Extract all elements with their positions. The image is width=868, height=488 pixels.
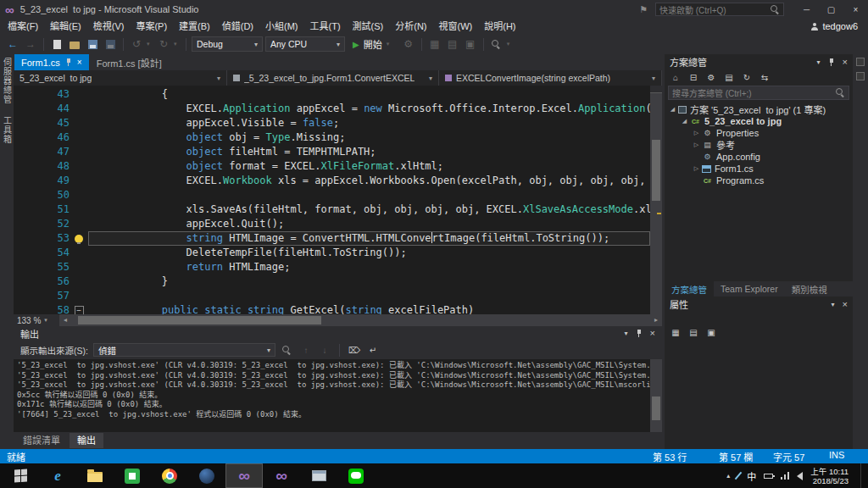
window-position-icon[interactable]: ▾ <box>625 330 628 337</box>
output-source-combo[interactable]: 偵錯 ▾ <box>93 343 275 357</box>
refresh-icon[interactable]: ↻ <box>740 71 754 83</box>
output-vertical-scrollbar[interactable] <box>650 359 662 432</box>
maximize-button[interactable]: ▢ <box>819 0 843 19</box>
taskbar-blue-app[interactable] <box>188 463 225 488</box>
type-dropdown[interactable]: _5_23_excel_to_jpg.Form1.ConvertEXCEL ▾ <box>227 70 439 86</box>
breakpoint-margin[interactable] <box>14 260 47 274</box>
output-body[interactable]: '5_23_excel to jpg.vshost.exe' (CLR v4.0… <box>14 359 662 432</box>
tree-item-project[interactable]: ◢5_23_excel to jpg <box>665 115 853 127</box>
autohide-tab-icon[interactable] <box>856 72 865 80</box>
code-line-51[interactable]: 51 xls.SaveAs(fileHtml, format, obj, obj… <box>14 202 650 217</box>
editor-vertical-scrollbar[interactable] <box>650 86 662 314</box>
tree-item-references[interactable]: ▷參考 <box>665 139 853 151</box>
zoom-control[interactable]: 133 % ▾ <box>14 314 59 326</box>
code-line-53[interactable]: 53 string HTMLImage = ConvertHTML.HTMLCo… <box>14 231 650 246</box>
code-text[interactable]: string HTMLImage = ConvertHTML.HTMLConve… <box>88 231 650 246</box>
menu-item-analyze[interactable]: 分析(N) <box>389 19 432 34</box>
word-wrap-icon[interactable]: ↵ <box>366 344 380 356</box>
platform-combo[interactable]: Any CPU ▾ <box>265 36 345 52</box>
menu-item-project[interactable]: 專案(P) <box>130 19 173 34</box>
solution-explorer-search-input[interactable]: 搜尋方案總管 (Ctrl+;) <box>668 86 849 100</box>
breakpoint-margin[interactable] <box>14 159 47 174</box>
code-line-55[interactable]: 55 return HTMLImage; <box>14 260 650 274</box>
code-text[interactable]: appExcel.Quit(); <box>88 217 650 231</box>
navigate-forward-icon[interactable]: → <box>23 36 38 52</box>
property-pages-icon[interactable]: ▣ <box>704 326 718 338</box>
taskbar-visual-studio-active[interactable]: ∞ <box>225 463 263 488</box>
open-file-icon[interactable] <box>67 36 82 52</box>
show-desktop-button[interactable] <box>860 463 865 488</box>
volume-icon[interactable] <box>797 472 803 480</box>
sync-with-active-document-icon[interactable]: ⇆ <box>758 71 771 83</box>
save-icon[interactable] <box>85 36 100 52</box>
scrollbar-thumb[interactable] <box>78 316 321 324</box>
breakpoint-margin[interactable] <box>14 289 47 303</box>
code-line-46[interactable]: 46 object obj = Type.Missing; <box>14 130 650 145</box>
close-icon[interactable]: × <box>77 58 82 67</box>
tree-item-solution[interactable]: ◢方案 '5_23_excel to jpg' (1 專案) <box>665 103 853 115</box>
attach-process-icon[interactable]: ⚙ <box>401 36 416 52</box>
code-editor[interactable]: 43 {44 EXCEL.Application appExcel = new … <box>14 86 662 314</box>
network-icon[interactable] <box>787 472 789 480</box>
code-lines[interactable]: 43 {44 EXCEL.Application appExcel = new … <box>14 86 650 314</box>
panel-tab-class-view[interactable]: 類別檢視 <box>785 281 834 297</box>
taskbar-visual-studio-2[interactable]: ∞ <box>263 463 300 488</box>
breakpoint-margin[interactable] <box>14 87 47 102</box>
solution-explorer-header[interactable]: 方案總管 ▾ × <box>665 54 853 69</box>
output-text[interactable]: '5_23_excel to jpg.vshost.exe' (CLR v4.0… <box>14 359 650 432</box>
breakpoint-margin[interactable] <box>14 231 47 246</box>
scrollbar-thumb[interactable] <box>652 140 660 201</box>
code-line-56[interactable]: 56 } <box>14 274 650 289</box>
breakpoint-margin[interactable] <box>14 217 47 231</box>
new-project-icon[interactable] <box>49 36 64 52</box>
autohide-tab-icon[interactable] <box>856 58 865 66</box>
redo-icon[interactable]: ↻ <box>156 36 171 52</box>
member-dropdown[interactable]: EXCELConvertImage(string excelPath) ▾ <box>439 70 662 86</box>
menu-item-test[interactable]: 測試(S) <box>347 19 390 34</box>
code-line-48[interactable]: 48 object format = EXCEL.XlFileFormat.xl… <box>14 159 650 174</box>
tray-expand-icon[interactable]: ▴ <box>726 472 730 480</box>
properties-icon[interactable]: ⚙ <box>704 71 718 83</box>
window-position-icon[interactable]: ▾ <box>832 301 835 308</box>
code-text[interactable] <box>88 188 650 202</box>
code-text[interactable]: object fileHtml = TEMPHTMLPATH; <box>88 145 650 159</box>
code-text[interactable]: DeleteTempFile(fileHtml.ToString()); <box>88 246 650 260</box>
feedback-icon[interactable]: ⚑ <box>639 4 648 15</box>
undo-dropdown-icon[interactable]: ▾ <box>147 41 153 47</box>
menu-item-edit[interactable]: 編輯(E) <box>44 19 87 34</box>
breakpoint-margin[interactable] <box>14 246 47 260</box>
code-line-49[interactable]: 49 EXCEL.Workbook xls = appExcel.Workboo… <box>14 174 650 188</box>
breakpoint-margin[interactable] <box>14 274 47 289</box>
collapse-all-icon[interactable]: ⊟ <box>687 71 700 83</box>
bottom-tab-output[interactable]: 輸出 <box>70 433 103 448</box>
alphabetical-icon[interactable]: ▤ <box>687 326 700 338</box>
code-line-44[interactable]: 44 EXCEL.Application appExcel = new Micr… <box>14 102 650 116</box>
code-line-58[interactable]: 58− public static string GetExcel(string… <box>14 303 650 314</box>
panel-tab-solution-explorer[interactable]: 方案總管 <box>665 281 714 297</box>
clear-all-icon[interactable]: ⌦ <box>348 344 361 356</box>
toolbar-overflow-icon[interactable]: ▾ <box>507 41 514 47</box>
left-autohide-tab-toolbox[interactable]: 工具箱 <box>1 116 14 144</box>
code-text[interactable] <box>88 289 650 303</box>
breakpoint-margin[interactable] <box>14 202 47 217</box>
editor-split-handle[interactable] <box>650 86 662 93</box>
fold-collapse-icon[interactable]: − <box>75 306 84 314</box>
scroll-right-arrow[interactable]: ▸ <box>650 314 662 326</box>
code-line-50[interactable]: 50 <box>14 188 650 202</box>
scroll-left-arrow[interactable]: ◂ <box>59 314 71 326</box>
show-all-files-icon[interactable]: ▤ <box>722 71 736 83</box>
taskbar-clock[interactable]: 上午 10:11 2018/5/23 <box>810 467 849 485</box>
home-icon[interactable]: ⌂ <box>669 71 682 83</box>
code-text[interactable]: { <box>88 87 650 102</box>
lightbulb-icon[interactable] <box>75 235 83 243</box>
undo-icon[interactable]: ↺ <box>129 36 144 52</box>
close-icon[interactable]: × <box>650 329 655 338</box>
find-in-files-icon[interactable] <box>489 36 504 52</box>
step-into-icon[interactable]: ▦ <box>427 36 442 52</box>
breakpoint-margin[interactable] <box>14 145 47 159</box>
editor-horizontal-scrollbar[interactable] <box>71 314 650 326</box>
menu-item-build[interactable]: 建置(B) <box>173 19 216 34</box>
menu-item-file[interactable]: 檔案(F) <box>2 19 44 34</box>
code-text[interactable]: } <box>88 274 650 289</box>
output-panel-header[interactable]: 輸出 ▾ × <box>14 326 662 341</box>
